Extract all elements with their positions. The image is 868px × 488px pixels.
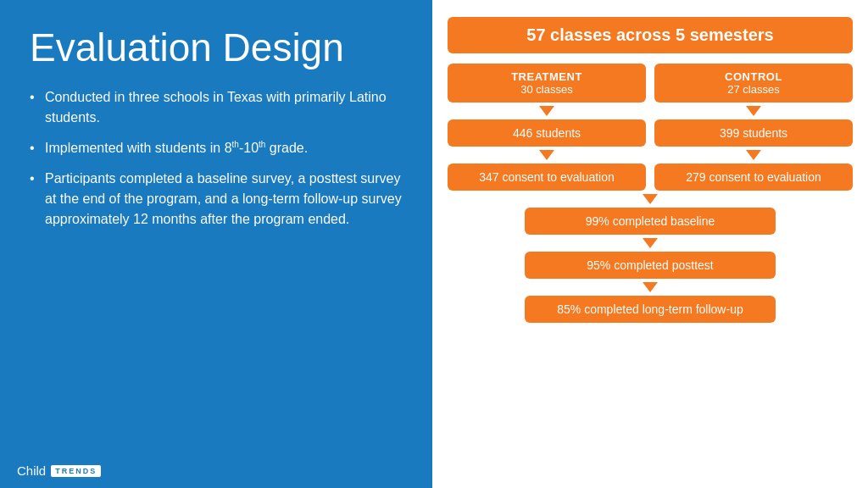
treatment-students-box: 446 students — [448, 119, 646, 147]
students-row: 446 students 399 students — [448, 119, 853, 147]
logo-child: Child — [17, 463, 46, 478]
logo-trends: TRENDS — [51, 465, 101, 477]
arrow-control-1 — [654, 104, 853, 118]
page-title: Evaluation Design — [30, 25, 403, 70]
treatment-classes: 30 classes — [456, 83, 637, 96]
control-consent-box: 279 consent to evaluation — [654, 164, 853, 191]
consent-row: 347 consent to evaluation 279 consent to… — [448, 164, 853, 191]
arrow-treatment-2 — [448, 148, 646, 162]
followup-box: 85% completed long-term follow-up — [525, 296, 776, 323]
arrow-row-1 — [448, 104, 853, 118]
center-boxes: 99% completed baseline 95% completed pos… — [525, 208, 776, 323]
left-panel: Evaluation Design Conducted in three sch… — [0, 0, 432, 488]
bullet-item-1: Conducted in three schools in Texas with… — [30, 87, 403, 128]
control-students-box: 399 students — [654, 119, 853, 147]
treatment-box: TREATMENT 30 classes — [448, 64, 646, 103]
control-classes: 27 classes — [663, 83, 844, 96]
arrow-row-2 — [448, 148, 853, 162]
right-panel: 57 classes across 5 semesters TREATMENT … — [432, 0, 868, 488]
bullet-item-3: Participants completed a baseline survey… — [30, 169, 403, 230]
logo-area: Child TRENDS — [17, 463, 101, 478]
posttest-box: 95% completed posttest — [525, 252, 776, 279]
center-arrow-1 — [448, 192, 853, 206]
treatment-title: TREATMENT — [456, 70, 637, 83]
header-bar: 57 classes across 5 semesters — [448, 17, 853, 53]
center-arrow-3 — [525, 280, 776, 294]
top-row: TREATMENT 30 classes CONTROL 27 classes — [448, 64, 853, 103]
bullet-item-2: Implemented with students in 8th-10th gr… — [30, 138, 403, 158]
treatment-consent-box: 347 consent to evaluation — [448, 164, 646, 191]
center-arrow-2 — [525, 236, 776, 250]
arrow-control-2 — [654, 148, 853, 162]
control-title: CONTROL — [663, 70, 844, 83]
bullet-list: Conducted in three schools in Texas with… — [30, 87, 403, 230]
baseline-box: 99% completed baseline — [525, 208, 776, 235]
arrow-treatment-1 — [448, 104, 646, 118]
control-box: CONTROL 27 classes — [654, 64, 853, 103]
